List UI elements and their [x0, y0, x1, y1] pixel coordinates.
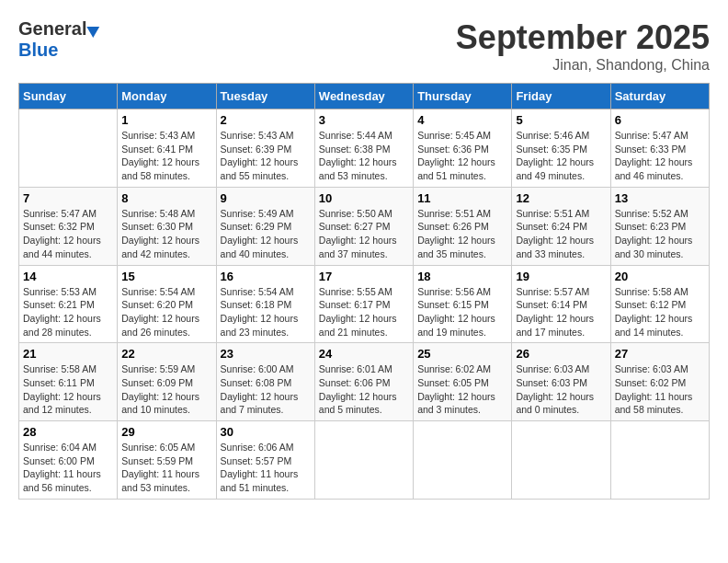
day-number: 23: [221, 347, 311, 361]
calendar-cell: 26Sunrise: 6:03 AM Sunset: 6:03 PM Dayli…: [512, 343, 610, 421]
calendar-cell: [314, 421, 413, 500]
day-info: Sunrise: 5:51 AM Sunset: 6:26 PM Dayligh…: [417, 207, 507, 261]
day-info: Sunrise: 6:05 AM Sunset: 5:59 PM Dayligh…: [121, 441, 211, 495]
calendar-cell: 4Sunrise: 5:45 AM Sunset: 6:36 PM Daylig…: [414, 109, 512, 188]
logo-triangle-icon: [87, 20, 103, 37]
day-info: Sunrise: 6:00 AM Sunset: 6:08 PM Dayligh…: [221, 362, 311, 417]
month-title: September 2025: [456, 18, 710, 57]
calendar-cell: 23Sunrise: 6:00 AM Sunset: 6:08 PM Dayli…: [216, 343, 314, 421]
calendar-cell: 19Sunrise: 5:57 AM Sunset: 6:14 PM Dayli…: [512, 265, 610, 343]
calendar-cell: 24Sunrise: 6:01 AM Sunset: 6:06 PM Dayli…: [314, 343, 413, 421]
day-number: 29: [121, 425, 211, 439]
day-number: 28: [23, 425, 113, 439]
day-info: Sunrise: 5:58 AM Sunset: 6:12 PM Dayligh…: [615, 285, 705, 339]
day-number: 25: [417, 347, 507, 361]
day-number: 21: [23, 347, 113, 361]
calendar-week-4: 21Sunrise: 5:58 AM Sunset: 6:11 PM Dayli…: [19, 343, 710, 421]
calendar-week-1: 1Sunrise: 5:43 AM Sunset: 6:41 PM Daylig…: [19, 109, 710, 188]
calendar-cell: 15Sunrise: 5:54 AM Sunset: 6:20 PM Dayli…: [118, 265, 216, 343]
day-info: Sunrise: 5:50 AM Sunset: 6:27 PM Dayligh…: [319, 207, 409, 261]
day-info: Sunrise: 5:47 AM Sunset: 6:32 PM Dayligh…: [23, 207, 113, 261]
location-subtitle: Jinan, Shandong, China: [456, 57, 710, 74]
day-info: Sunrise: 5:59 AM Sunset: 6:09 PM Dayligh…: [121, 362, 211, 417]
logo-general: General: [18, 18, 86, 40]
day-info: Sunrise: 5:44 AM Sunset: 6:38 PM Dayligh…: [319, 129, 409, 183]
day-number: 19: [516, 270, 606, 283]
day-number: 14: [23, 270, 113, 283]
calendar-week-2: 7Sunrise: 5:47 AM Sunset: 6:32 PM Daylig…: [19, 187, 710, 265]
day-number: 16: [221, 270, 311, 283]
day-number: 4: [417, 113, 507, 127]
day-info: Sunrise: 5:46 AM Sunset: 6:35 PM Dayligh…: [516, 129, 606, 183]
day-info: Sunrise: 5:54 AM Sunset: 6:20 PM Dayligh…: [121, 285, 211, 339]
day-number: 13: [615, 191, 705, 205]
day-header-thursday: Thursday: [414, 84, 512, 109]
calendar-cell: [610, 421, 709, 500]
day-info: Sunrise: 6:03 AM Sunset: 6:02 PM Dayligh…: [615, 362, 705, 417]
day-info: Sunrise: 5:56 AM Sunset: 6:15 PM Dayligh…: [417, 285, 507, 339]
calendar-cell: 5Sunrise: 5:46 AM Sunset: 6:35 PM Daylig…: [512, 109, 610, 188]
day-info: Sunrise: 6:03 AM Sunset: 6:03 PM Dayligh…: [516, 362, 606, 417]
day-info: Sunrise: 5:55 AM Sunset: 6:17 PM Dayligh…: [319, 285, 409, 339]
day-number: 9: [221, 191, 311, 205]
calendar-cell: 11Sunrise: 5:51 AM Sunset: 6:26 PM Dayli…: [414, 187, 512, 265]
day-number: 10: [319, 191, 409, 205]
day-info: Sunrise: 5:43 AM Sunset: 6:41 PM Dayligh…: [121, 129, 211, 183]
calendar-cell: 2Sunrise: 5:43 AM Sunset: 6:39 PM Daylig…: [216, 109, 314, 188]
calendar-cell: 22Sunrise: 5:59 AM Sunset: 6:09 PM Dayli…: [118, 343, 216, 421]
day-number: 11: [417, 191, 507, 205]
calendar-cell: [512, 421, 610, 500]
day-header-tuesday: Tuesday: [216, 84, 314, 109]
calendar-cell: 1Sunrise: 5:43 AM Sunset: 6:41 PM Daylig…: [118, 109, 216, 188]
day-header-sunday: Sunday: [19, 84, 118, 109]
page-header: General Blue September 2025 Jinan, Shand…: [18, 18, 710, 74]
day-number: 17: [319, 270, 409, 283]
day-number: 12: [516, 191, 606, 205]
day-number: 5: [516, 113, 606, 127]
calendar-cell: 18Sunrise: 5:56 AM Sunset: 6:15 PM Dayli…: [414, 265, 512, 343]
day-info: Sunrise: 5:51 AM Sunset: 6:24 PM Dayligh…: [516, 207, 606, 261]
calendar-cell: 30Sunrise: 6:06 AM Sunset: 5:57 PM Dayli…: [216, 421, 314, 500]
calendar-cell: 25Sunrise: 6:02 AM Sunset: 6:05 PM Dayli…: [414, 343, 512, 421]
day-info: Sunrise: 5:54 AM Sunset: 6:18 PM Dayligh…: [221, 285, 311, 339]
day-number: 27: [615, 347, 705, 361]
day-info: Sunrise: 5:43 AM Sunset: 6:39 PM Dayligh…: [221, 129, 311, 183]
calendar-header-row: SundayMondayTuesdayWednesdayThursdayFrid…: [19, 84, 710, 109]
day-info: Sunrise: 5:57 AM Sunset: 6:14 PM Dayligh…: [516, 285, 606, 339]
calendar-cell: 27Sunrise: 6:03 AM Sunset: 6:02 PM Dayli…: [610, 343, 709, 421]
day-header-saturday: Saturday: [610, 84, 709, 109]
day-number: 18: [417, 270, 507, 283]
day-number: 24: [319, 347, 409, 361]
day-header-friday: Friday: [512, 84, 610, 109]
day-header-wednesday: Wednesday: [314, 84, 413, 109]
calendar-cell: 9Sunrise: 5:49 AM Sunset: 6:29 PM Daylig…: [216, 187, 314, 265]
day-info: Sunrise: 5:52 AM Sunset: 6:23 PM Dayligh…: [615, 207, 705, 261]
day-number: 3: [319, 113, 409, 127]
calendar-cell: 13Sunrise: 5:52 AM Sunset: 6:23 PM Dayli…: [610, 187, 709, 265]
day-info: Sunrise: 5:47 AM Sunset: 6:33 PM Dayligh…: [615, 129, 705, 183]
calendar-cell: 14Sunrise: 5:53 AM Sunset: 6:21 PM Dayli…: [19, 265, 118, 343]
calendar-cell: 16Sunrise: 5:54 AM Sunset: 6:18 PM Dayli…: [216, 265, 314, 343]
day-info: Sunrise: 6:04 AM Sunset: 6:00 PM Dayligh…: [23, 441, 113, 495]
day-number: 2: [221, 113, 311, 127]
calendar-cell: 7Sunrise: 5:47 AM Sunset: 6:32 PM Daylig…: [19, 187, 118, 265]
day-info: Sunrise: 5:48 AM Sunset: 6:30 PM Dayligh…: [121, 207, 211, 261]
calendar-week-3: 14Sunrise: 5:53 AM Sunset: 6:21 PM Dayli…: [19, 265, 710, 343]
calendar-cell: 21Sunrise: 5:58 AM Sunset: 6:11 PM Dayli…: [19, 343, 118, 421]
logo: General Blue: [18, 18, 100, 61]
day-info: Sunrise: 5:49 AM Sunset: 6:29 PM Dayligh…: [221, 207, 311, 261]
calendar-cell: 20Sunrise: 5:58 AM Sunset: 6:12 PM Dayli…: [610, 265, 709, 343]
logo-blue: Blue: [18, 40, 58, 61]
calendar-cell: 6Sunrise: 5:47 AM Sunset: 6:33 PM Daylig…: [610, 109, 709, 188]
title-section: September 2025 Jinan, Shandong, China: [456, 18, 710, 74]
day-header-monday: Monday: [118, 84, 216, 109]
day-number: 20: [615, 270, 705, 283]
calendar-cell: 3Sunrise: 5:44 AM Sunset: 6:38 PM Daylig…: [314, 109, 413, 188]
day-number: 6: [615, 113, 705, 127]
day-info: Sunrise: 6:06 AM Sunset: 5:57 PM Dayligh…: [221, 441, 311, 495]
day-number: 8: [121, 191, 211, 205]
day-number: 26: [516, 347, 606, 361]
day-info: Sunrise: 5:45 AM Sunset: 6:36 PM Dayligh…: [417, 129, 507, 183]
day-info: Sunrise: 5:58 AM Sunset: 6:11 PM Dayligh…: [23, 362, 113, 417]
calendar-cell: 17Sunrise: 5:55 AM Sunset: 6:17 PM Dayli…: [314, 265, 413, 343]
